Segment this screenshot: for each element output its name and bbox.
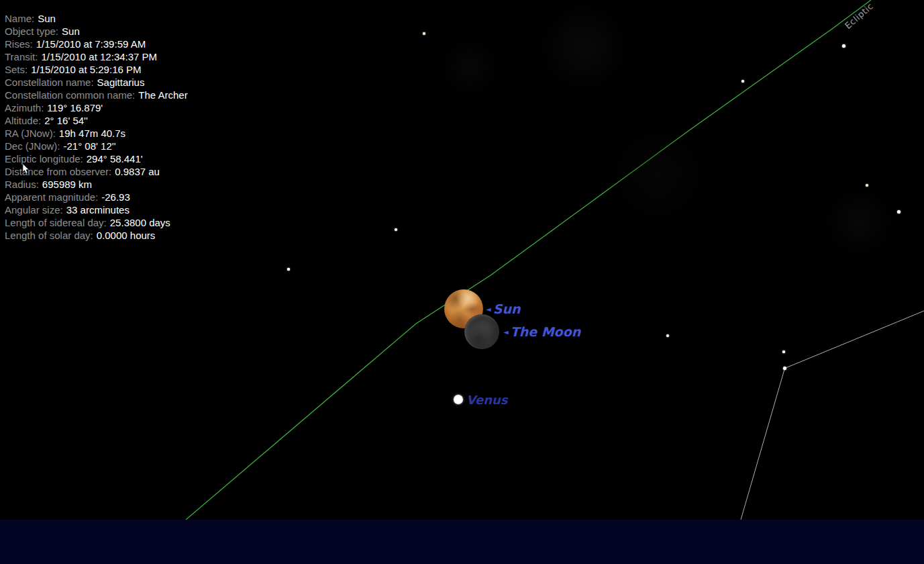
- star[interactable]: [782, 350, 785, 353]
- info-row: Sets:1/15/2010 at 5:29:16 PM: [5, 63, 188, 76]
- info-row: RA (JNow):19h 47m 40.7s: [5, 127, 188, 140]
- info-panel: Name:SunObject type:SunRises:1/15/2010 a…: [5, 12, 188, 242]
- info-row-value: 1/15/2010 at 12:34:37 PM: [41, 51, 157, 62]
- info-row: Constellation name:Sagittarius: [5, 76, 188, 89]
- sky-view[interactable]: Ecliptic Name:SunObject type:SunRises:1/…: [0, 0, 924, 564]
- star[interactable]: [842, 44, 845, 48]
- moon-disc[interactable]: [464, 314, 499, 349]
- info-row: Ecliptic longitude:294° 58.441': [5, 152, 188, 165]
- moon-label-text: The Moon: [511, 324, 581, 339]
- info-row: Object type:Sun: [5, 25, 188, 38]
- info-row-value: 1/15/2010 at 5:29:16 PM: [31, 64, 141, 75]
- info-row-label: Name:: [5, 13, 34, 24]
- info-row-value: 0.0000 hours: [97, 230, 156, 241]
- info-row-value: 25.3800 days: [110, 217, 170, 228]
- constellation-line: [741, 369, 785, 520]
- info-row: Altitude:2° 16' 54'': [5, 114, 188, 127]
- sun-label[interactable]: ◄Sun: [486, 301, 520, 316]
- milky-way-patch: [440, 37, 500, 97]
- star[interactable]: [897, 210, 901, 214]
- info-row-value: 2° 16' 54'': [44, 115, 88, 126]
- info-row-label: Azimuth:: [5, 102, 44, 113]
- info-row-label: Radius:: [5, 179, 39, 190]
- info-row-value: -21° 08' 12'': [64, 140, 116, 152]
- info-row: Constellation common name:The Archer: [5, 89, 188, 101]
- info-row-label: Dec (JNow):: [5, 140, 60, 152]
- milky-way-patch: [537, 0, 631, 94]
- info-row-label: Object type:: [5, 26, 58, 37]
- ecliptic-line: [186, 0, 871, 520]
- info-row-label: Sets:: [5, 64, 28, 75]
- info-row-label: Length of sidereal day:: [5, 217, 107, 228]
- info-row-label: Angular size:: [5, 204, 63, 216]
- info-row-label: Distance from observer:: [5, 166, 111, 177]
- star[interactable]: [866, 184, 868, 187]
- info-row: Angular size:33 arcminutes: [5, 203, 188, 216]
- info-row: Dec (JNow):-21° 08' 12'': [5, 140, 188, 152]
- venus-disc[interactable]: [454, 395, 463, 404]
- info-row-value: 0.9837 au: [115, 166, 160, 177]
- info-row-value: Sun: [38, 13, 56, 24]
- venus-label-text: Venus: [466, 393, 508, 407]
- info-row: Name:Sun: [5, 12, 188, 25]
- info-row-label: Apparent magnitude:: [5, 191, 98, 203]
- info-row: Distance from observer:0.9837 au: [5, 165, 188, 178]
- info-row: Length of solar day:0.0000 hours: [5, 229, 188, 242]
- info-row-label: Rises:: [5, 38, 33, 50]
- info-row-label: Transit:: [5, 51, 38, 62]
- info-row-label: Length of solar day:: [5, 230, 93, 241]
- info-row: Azimuth:119° 16.879': [5, 101, 188, 114]
- info-row-value: 19h 47m 40.7s: [59, 128, 125, 139]
- milky-way-patch: [822, 185, 896, 258]
- constellation-line: [785, 311, 924, 369]
- info-row-value: 119° 16.879': [47, 102, 103, 113]
- info-row-value: 294° 58.441': [87, 153, 143, 164]
- info-row: Apparent magnitude:-26.93: [5, 191, 188, 203]
- info-row-label: Ecliptic longitude:: [5, 153, 83, 164]
- sun-label-text: Sun: [493, 301, 521, 316]
- ground-horizon: [0, 520, 924, 564]
- info-row-label: Altitude:: [5, 115, 41, 126]
- info-row-label: Constellation name:: [5, 77, 94, 88]
- star[interactable]: [287, 268, 289, 270]
- info-row: Length of sidereal day:25.3800 days: [5, 216, 188, 229]
- moon-label[interactable]: ◄The Moon: [503, 324, 580, 339]
- pointer-arrow-icon: ◄: [503, 328, 509, 336]
- info-row-value: 1/15/2010 at 7:39:59 AM: [36, 38, 146, 50]
- info-row-label: Constellation common name:: [5, 89, 135, 101]
- info-row-value: 695989 km: [42, 179, 92, 190]
- info-row-value: Sun: [62, 26, 80, 37]
- info-row-value: The Archer: [138, 89, 187, 101]
- info-row: Transit:1/15/2010 at 12:34:37 PM: [5, 50, 188, 63]
- info-row-value: Sagittarius: [97, 77, 145, 88]
- mouse-cursor-icon: [22, 164, 32, 175]
- info-row-value: 33 arcminutes: [66, 204, 130, 216]
- pointer-arrow-icon: ◄: [486, 306, 491, 313]
- info-row-label: RA (JNow):: [5, 128, 56, 139]
- milky-way-patch: [604, 121, 711, 228]
- info-row-value: -26.93: [101, 191, 130, 203]
- info-row: Rises:1/15/2010 at 7:39:59 AM: [5, 38, 188, 50]
- info-row: Radius:695989 km: [5, 178, 188, 191]
- venus-label[interactable]: Venus: [466, 393, 508, 407]
